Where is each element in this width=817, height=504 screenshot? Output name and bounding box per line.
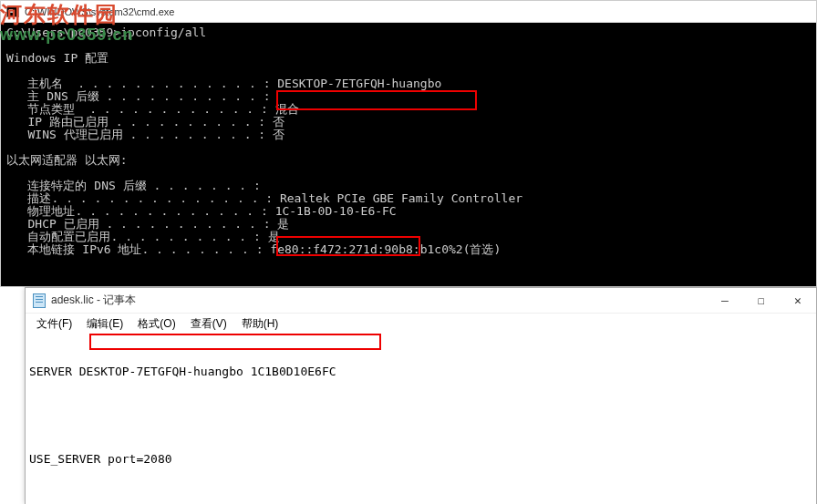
close-button[interactable]: ✕	[780, 289, 816, 313]
cmd-body[interactable]: C:\Users\pc0359>ipconfig/all Windows IP …	[1, 23, 816, 286]
cmd-conn-dns: 连接特定的 DNS 后缀 . . . . . . . :	[6, 180, 811, 192]
menu-help[interactable]: 帮助(H)	[234, 314, 286, 334]
np-line	[29, 496, 812, 504]
cmd-adapter-header: 以太网适配器 以太网:	[6, 154, 811, 167]
notepad-window: adesk.lic - 记事本 — ☐ ✕ 文件(F) 编辑(E) 格式(O) …	[25, 287, 817, 504]
notepad-titlebar[interactable]: adesk.lic - 记事本 — ☐ ✕	[26, 288, 816, 314]
menu-edit[interactable]: 编辑(E)	[79, 314, 130, 334]
cmd-blank	[6, 167, 811, 180]
cmd-phys: 物理地址. . . . . . . . . . . . . : 1C-1B-0D…	[6, 205, 811, 218]
highlight-hostname	[276, 90, 477, 110]
cmd-header: Windows IP 配置	[6, 52, 811, 65]
cmd-ip-route: IP 路由已启用 . . . . . . . . . . : 否	[6, 116, 811, 129]
window-controls: — ☐ ✕	[707, 289, 816, 313]
maximize-button[interactable]: ☐	[743, 289, 780, 313]
notepad-body[interactable]: SERVER DESKTOP-7ETGFQH-huangbo 1C1B0D10E…	[26, 334, 816, 504]
menu-format[interactable]: 格式(O)	[130, 314, 182, 334]
cmd-titlebar[interactable]: C:\WINDOWS\system32\cmd.exe	[1, 1, 816, 23]
cmd-prompt: C:\Users\pc0359>ipconfig/all	[6, 26, 811, 39]
highlight-mac	[276, 236, 420, 256]
notepad-icon	[33, 293, 46, 308]
highlight-server-line	[89, 334, 381, 350]
cmd-title: C:\WINDOWS\system32\cmd.exe	[25, 6, 174, 17]
np-line: USE_SERVER port=2080	[29, 452, 812, 467]
cmd-blank	[6, 39, 811, 52]
np-line: SERVER DESKTOP-7ETGFQH-huangbo 1C1B0D10E…	[29, 365, 812, 379]
menu-view[interactable]: 查看(V)	[183, 314, 234, 334]
cmd-host: 主机名 . . . . . . . . . . . . . : DESKTOP-…	[6, 77, 811, 90]
notepad-title: adesk.lic - 记事本	[51, 293, 136, 308]
np-line	[29, 408, 812, 423]
minimize-button[interactable]: —	[707, 289, 743, 313]
cmd-wins-proxy: WINS 代理已启用 . . . . . . . . . : 否	[6, 129, 811, 141]
cmd-blank	[6, 65, 811, 77]
menu-file[interactable]: 文件(F)	[29, 314, 79, 334]
cmd-icon	[6, 6, 19, 17]
cmd-blank	[6, 141, 811, 154]
cmd-window: C:\WINDOWS\system32\cmd.exe C:\Users\pc0…	[0, 0, 817, 287]
cmd-desc: 描述. . . . . . . . . . . . . . . : Realte…	[6, 192, 811, 205]
notepad-menubar: 文件(F) 编辑(E) 格式(O) 查看(V) 帮助(H)	[26, 314, 816, 334]
cmd-dhcp: DHCP 已启用 . . . . . . . . . . . : 是	[6, 218, 811, 231]
